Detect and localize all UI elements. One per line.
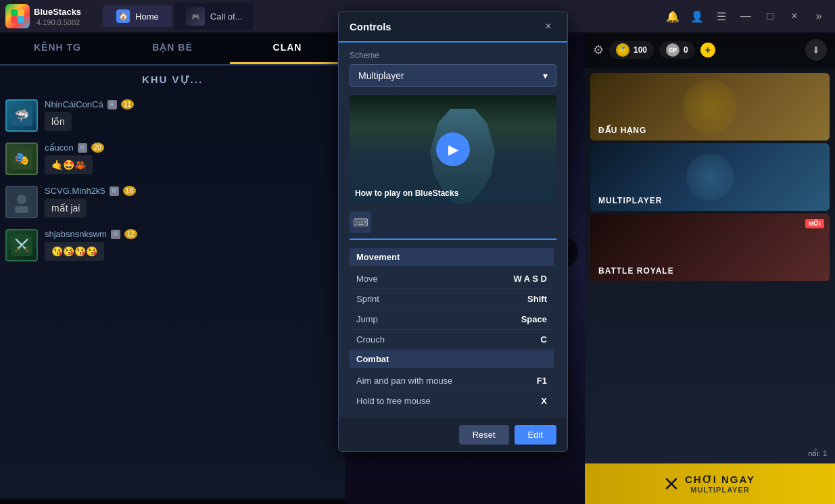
level-badge: 12 bbox=[124, 229, 137, 239]
chat-header: KHU VỰ... bbox=[0, 66, 345, 94]
battle-royale-card[interactable]: MỚI BATTLE ROYALE bbox=[590, 213, 830, 281]
avatar bbox=[5, 186, 38, 218]
titlebar-controls: 🔔 👤 ☰ — □ × » bbox=[662, 5, 835, 27]
play-btn-content: CHƠI NGAY MULTIPLAYER bbox=[685, 474, 755, 494]
swords-icon bbox=[665, 477, 678, 490]
chat-input-bar: 🎤 😊 🚩 bbox=[0, 499, 345, 504]
currency-gold-box: 🏅 100 bbox=[609, 41, 654, 59]
ctrl-crouch-row: Crouch C bbox=[350, 330, 554, 350]
svg-rect-2 bbox=[11, 16, 18, 23]
multiplayer-card[interactable]: MULTIPLAYER bbox=[590, 143, 830, 211]
maximize-button[interactable]: □ bbox=[759, 5, 781, 27]
username: SCVG.Minh2k5 🏛 18 bbox=[45, 186, 339, 196]
controls-list: Movement Move W A S D Sprint Shift Jump … bbox=[350, 248, 556, 410]
ctrl-aim-row: Aim and pan with mouse F1 bbox=[350, 371, 554, 391]
edit-button[interactable]: Edit bbox=[515, 425, 556, 445]
controls-icons-row: ⌨ bbox=[350, 211, 556, 240]
level-badge: 20 bbox=[91, 143, 104, 153]
chat-messages: 🦈 NhinCáiConCá 🏛 11 lồn 🎭 bbox=[0, 94, 345, 476]
list-item: 🦈 NhinCáiConCá 🏛 11 lồn bbox=[5, 99, 339, 132]
reset-button[interactable]: Reset bbox=[459, 425, 509, 445]
game-cards: ĐẤU HẠNG MULTIPLAYER MỚI BATTLE ROYALE bbox=[585, 68, 835, 286]
tab-home[interactable]: 🏠 Home bbox=[103, 5, 172, 27]
dialog-titlebar: Controls × bbox=[339, 11, 567, 43]
multiplayer-label: MULTIPLAYER bbox=[598, 196, 662, 205]
close-button[interactable]: × bbox=[784, 5, 805, 27]
tab-ban-be[interactable]: BẠN BÈ bbox=[115, 32, 230, 64]
message-body: shjabsnsnkswm 🏛 12 😘😘😘😘 bbox=[45, 229, 339, 261]
play-sublabel: MULTIPLAYER bbox=[690, 486, 749, 494]
ctrl-crouch-label: Crouch bbox=[356, 334, 385, 345]
settings-icon[interactable]: ⚙ bbox=[593, 43, 604, 57]
svg-text:⚔️: ⚔️ bbox=[14, 238, 30, 253]
scheme-value: Multiplayer bbox=[358, 70, 404, 81]
combat-section-header: Combat bbox=[350, 350, 554, 368]
game-tab-icon: 🎮 bbox=[186, 7, 205, 26]
ctrl-sprint-key: Shift bbox=[527, 294, 547, 304]
game-topbar-right: ⚙ 🏅 100 CP 0 + ⬇ bbox=[585, 32, 835, 68]
message-text: 😘😘😘😘 bbox=[45, 242, 104, 261]
username: NhinCáiConCá 🏛 11 bbox=[45, 99, 339, 109]
video-play-button[interactable]: ▶ bbox=[436, 132, 470, 166]
dialog-title: Controls bbox=[350, 21, 391, 32]
game-panel-right: ⚙ 🏅 100 CP 0 + ⬇ ĐẤU HẠNG MULTIPLAYER bbox=[585, 32, 835, 504]
svg-point-11 bbox=[17, 195, 26, 204]
rank-badge: 🏛 bbox=[78, 143, 87, 153]
ctrl-jump-key: Space bbox=[521, 314, 547, 324]
hamburger-icon[interactable]: ☰ bbox=[711, 5, 732, 27]
ctrl-move-row: Move W A S D bbox=[350, 269, 554, 289]
ranked-card[interactable]: ĐẤU HẠNG bbox=[590, 73, 830, 141]
avatar: 🦈 bbox=[5, 99, 38, 132]
video-caption: How to play on BlueStacks bbox=[355, 188, 458, 198]
add-currency-button[interactable]: + bbox=[700, 43, 715, 57]
bell-icon[interactable]: 🔔 bbox=[662, 5, 684, 27]
dialog-body: Scheme Multiplayer ▾ ▶ How to play on Bl… bbox=[339, 43, 567, 418]
controls-dialog: Controls × Scheme Multiplayer ▾ ▶ How to… bbox=[338, 11, 568, 452]
arrows-icon[interactable]: » bbox=[808, 5, 830, 27]
username: shjabsnsnkswm 🏛 12 bbox=[45, 229, 339, 239]
online-count: nổi: 1 bbox=[808, 449, 827, 458]
ctrl-jump-row: Jump Space bbox=[350, 309, 554, 330]
ctrl-jump-label: Jump bbox=[356, 314, 378, 324]
play-button[interactable]: CHƠI NGAY MULTIPLAYER bbox=[585, 463, 835, 504]
shark-avatar-icon: 🦈 bbox=[11, 105, 32, 126]
message-body: cấucon 🏛 20 🤙🤩🦀 bbox=[45, 143, 339, 174]
battle-royale-label: BATTLE ROYALE bbox=[598, 266, 674, 276]
rank-badge: 🏛 bbox=[108, 100, 117, 109]
bluestacks-logo bbox=[5, 4, 30, 28]
ctrl-freemouse-key: X bbox=[541, 396, 547, 406]
app-name: BlueStacks bbox=[34, 7, 81, 17]
tab-clan[interactable]: CLAN bbox=[230, 32, 345, 64]
scheme-select[interactable]: Multiplayer ▾ bbox=[350, 64, 556, 87]
keyboard-icon[interactable]: ⌨ bbox=[350, 211, 371, 233]
ctrl-sprint-row: Sprint Shift bbox=[350, 289, 554, 309]
blades-avatar-icon: ⚔️ bbox=[11, 234, 32, 256]
level-badge: 18 bbox=[123, 186, 136, 196]
message-text: lồn bbox=[45, 112, 72, 131]
app-version: 4.190.0.5002 bbox=[37, 18, 81, 26]
home-icon: 🏠 bbox=[116, 9, 130, 23]
dialog-footer: Reset Edit bbox=[339, 418, 567, 451]
tab-kenh-tg[interactable]: KÊNH TG bbox=[0, 32, 115, 64]
avatar: 🎭 bbox=[5, 143, 38, 175]
avatar: ⚔️ bbox=[5, 229, 38, 261]
game-tab-label: Call of... bbox=[210, 11, 243, 22]
cp-icon: CP bbox=[666, 43, 679, 57]
ctrl-move-key: W A S D bbox=[513, 274, 547, 284]
tab-game[interactable]: 🎮 Call of... bbox=[175, 3, 254, 30]
download-icon[interactable]: ⬇ bbox=[805, 39, 827, 61]
video-thumbnail[interactable]: ▶ How to play on BlueStacks bbox=[350, 95, 556, 203]
home-tab-label: Home bbox=[135, 11, 159, 22]
minimize-button[interactable]: — bbox=[735, 5, 757, 27]
username: cấucon 🏛 20 bbox=[45, 143, 339, 153]
cp-amount: 0 bbox=[684, 45, 688, 55]
ctrl-aim-key: F1 bbox=[537, 376, 547, 386]
user-icon[interactable]: 👤 bbox=[686, 5, 708, 27]
rank-badge: 🏛 bbox=[111, 230, 120, 239]
dialog-close-button[interactable]: × bbox=[540, 18, 556, 34]
list-item: SCVG.Minh2k5 🏛 18 mất jai bbox=[5, 186, 339, 218]
message-text: 🤙🤩🦀 bbox=[45, 155, 93, 174]
chat-tabs: KÊNH TG BẠN BÈ CLAN bbox=[0, 32, 345, 66]
svg-rect-12 bbox=[15, 206, 28, 213]
blank-avatar-icon bbox=[11, 191, 32, 213]
